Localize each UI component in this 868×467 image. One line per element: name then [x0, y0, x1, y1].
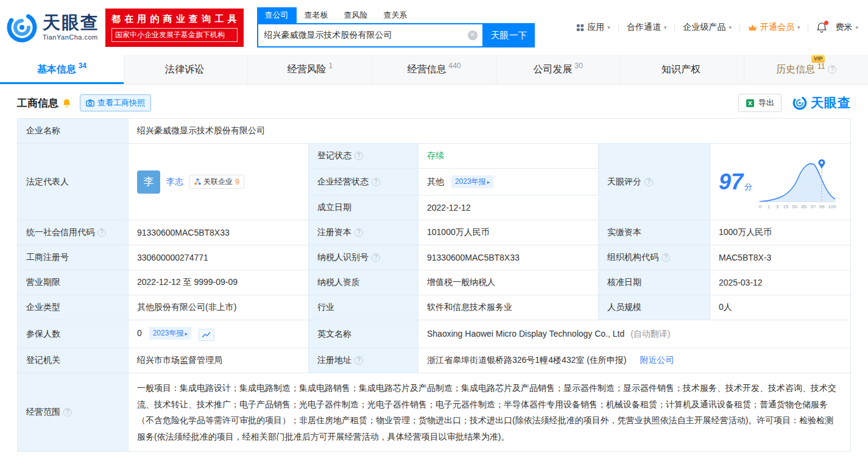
help-icon[interactable]: ? — [355, 152, 363, 160]
score-unit: 分 — [744, 182, 752, 191]
related-companies-text: 关联企业 — [203, 177, 233, 187]
trend-chart-button[interactable] — [199, 329, 214, 341]
section-title: 工商信息 — [17, 96, 58, 110]
approval-date-label: 核准日期 — [599, 270, 710, 295]
score-label: 天眼评分? — [599, 144, 710, 220]
logo-swirl-icon — [792, 96, 807, 110]
help-icon[interactable]: ? — [355, 356, 363, 365]
legal-rep-name-link[interactable]: 李志 — [166, 177, 183, 188]
search-tabs: 查公司 查老板 查风险 查关系 — [257, 7, 535, 23]
table-row: 营业期限 2022-12-12 至 9999-09-09 纳税人资质 增值税一般… — [18, 270, 851, 295]
nearby-companies-link[interactable]: 附近公司 — [640, 355, 674, 365]
table-row: 企业名称 绍兴豪威微显示技术股份有限公司 — [18, 119, 851, 144]
svg-text:99: 99 — [819, 204, 825, 209]
search-button[interactable]: 天眼一下 — [484, 23, 535, 47]
tab-label: 公司发展 — [534, 63, 573, 76]
approval-date-value: 2025-03-12 — [710, 270, 851, 295]
tab-count: 34 — [79, 61, 86, 70]
nav-open-vip[interactable]: 开通会员 ▾ — [748, 22, 800, 33]
related-companies-count: 9 — [235, 178, 239, 186]
search-tab-boss[interactable]: 查老板 — [297, 7, 336, 23]
nav-enterprise-label: 企业级产品 — [683, 22, 725, 33]
top-nav: 应用 ▾ 合作通道 ▾ 企业级产品 ▾ 开通会员 ▾ 费米 ▾ — [576, 22, 868, 33]
svg-text:1: 1 — [767, 204, 771, 209]
company-type-value: 其他股份有限公司(非上市) — [129, 295, 309, 320]
company-type-label: 企业类型 — [18, 295, 129, 320]
tab-history-info[interactable]: 历史信息 VIP 11 ? — [744, 55, 868, 84]
table-row: 法定代表人 李 李志 关联企业 9 登记状态? 存续 天眼评分? 97分 — [18, 144, 851, 169]
nav-cooperation[interactable]: 合作通道 ▾ — [627, 22, 667, 33]
business-info-table: 企业名称 绍兴豪威微显示技术股份有限公司 法定代表人 李 李志 关联企业 9 登… — [17, 118, 851, 452]
svg-text:100: 100 — [828, 204, 836, 209]
table-row: 参保人数 0 2023年报▸ 英文名称 Shaoxing Haowei Micr… — [18, 320, 851, 348]
tab-basic-info[interactable]: 基本信息 34 — [0, 55, 124, 84]
search-tab-risk[interactable]: 查风险 — [336, 7, 376, 23]
excel-icon — [746, 99, 755, 108]
trend-line-icon — [202, 331, 211, 339]
tianyancha-logo[interactable]: 天眼查 TianYanCha.com — [6, 12, 99, 43]
help-icon[interactable]: ? — [372, 178, 380, 186]
svg-text:50: 50 — [792, 204, 798, 209]
tab-company-development[interactable]: 公司发展 30 — [496, 55, 621, 84]
promo-banner: 都 在 用 的 商 业 查 询 工 具 国家中小企业发展子基金旗下机构 — [105, 9, 244, 47]
annual-report-badge[interactable]: 2023年报▸ — [451, 175, 493, 188]
est-date-value: 2022-12-12 — [418, 195, 599, 220]
tab-label: 知识产权 — [662, 63, 700, 76]
apps-grid-icon — [576, 24, 584, 32]
help-icon[interactable]: ? — [63, 408, 72, 416]
help-icon[interactable]: ? — [644, 178, 653, 186]
tab-count: 440 — [449, 61, 461, 70]
alert-bell-icon[interactable] — [62, 98, 71, 108]
company-name-label: 企业名称 — [18, 119, 129, 144]
taxpayer-quality-value: 增值税一般纳税人 — [418, 270, 599, 295]
score-value: 97分 0 1 3 15 50 85 97 99 — [710, 144, 851, 220]
export-button[interactable]: 导出 — [738, 94, 782, 112]
clear-icon[interactable]: × — [468, 30, 478, 40]
svg-text:3: 3 — [776, 204, 779, 209]
search-tab-relation[interactable]: 查关系 — [376, 7, 415, 23]
nav-enterprise-products[interactable]: 企业级产品 ▾ — [683, 22, 732, 33]
tab-intellectual-property[interactable]: 知识产权 — [621, 55, 745, 84]
credit-code-label: 统一社会信用代码? — [18, 220, 129, 245]
staff-size-value: 0人 — [710, 295, 851, 320]
help-icon[interactable]: ? — [355, 228, 363, 237]
insured-count-value: 0 2023年报▸ — [129, 320, 309, 348]
snapshot-button[interactable]: 查看工商快照 — [80, 94, 151, 111]
chevron-down-icon: ▾ — [664, 24, 667, 30]
reg-capital-label: 注册资本? — [309, 220, 418, 245]
help-icon[interactable]: ? — [662, 253, 670, 262]
reg-number-label: 工商注册号 — [18, 245, 129, 270]
search-area: 查公司 查老板 查风险 查关系 × 天眼一下 — [257, 7, 535, 47]
industry-value: 软件和信息技术服务业 — [418, 295, 599, 320]
tab-label: 基本信息 — [37, 63, 76, 76]
nav-divider — [674, 23, 675, 32]
help-icon[interactable]: ? — [97, 228, 106, 237]
nav-user-menu[interactable]: 费米 ▾ — [835, 22, 858, 33]
logo-text: 天眼查 — [43, 14, 99, 32]
notification-dot — [824, 21, 828, 25]
tab-legal-proceedings[interactable]: 法律诉讼 — [124, 55, 249, 84]
related-companies-badge[interactable]: 关联企业 9 — [189, 175, 244, 189]
auto-translate-note: (自动翻译) — [630, 329, 670, 339]
tab-business-risk[interactable]: 经营风险 1 — [248, 55, 372, 84]
search-input[interactable] — [258, 30, 482, 40]
help-icon[interactable]: ? — [828, 65, 836, 74]
tab-business-info[interactable]: 经营信息 440 — [372, 55, 496, 84]
avatar[interactable]: 李 — [137, 170, 160, 194]
reg-status-label: 登记状态? — [309, 144, 418, 169]
legal-rep-label: 法定代表人 — [18, 144, 129, 220]
nav-apps[interactable]: 应用 ▾ — [576, 22, 610, 33]
nav-divider — [618, 23, 619, 32]
arrow-right-icon: ▸ — [487, 179, 490, 185]
reg-authority-value: 绍兴市市场监督管理局 — [129, 348, 309, 373]
annual-report-badge[interactable]: 2023年报▸ — [149, 327, 191, 340]
table-row: 登记机关 绍兴市市场监督管理局 注册地址? 浙江省皋埠街道银桥路326号1幢4楼… — [18, 348, 851, 373]
brand-name: 天眼查 — [811, 94, 851, 111]
business-term-value: 2022-12-12 至 9999-09-09 — [129, 270, 309, 295]
notifications-bell[interactable] — [816, 22, 827, 33]
search-tab-company[interactable]: 查公司 — [257, 7, 297, 23]
legal-rep-value: 李 李志 关联企业 9 — [129, 144, 309, 220]
top-header: 天眼查 TianYanCha.com 都 在 用 的 商 业 查 询 工 具 国… — [0, 0, 868, 55]
english-name-value: Shaoxing Haowei Micro Display Technology… — [418, 320, 851, 348]
help-icon[interactable]: ? — [372, 253, 380, 262]
